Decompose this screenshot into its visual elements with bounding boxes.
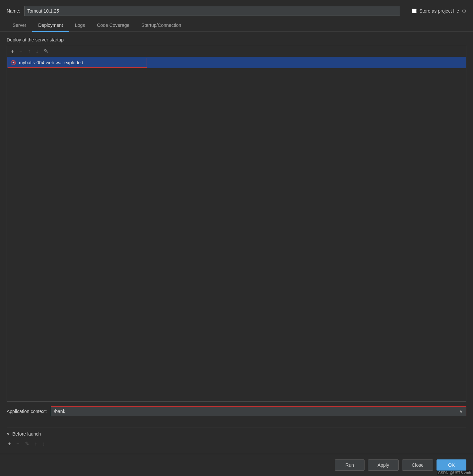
app-context-wrapper: ∨ xyxy=(51,406,466,416)
move-down-deploy-button[interactable]: ↓ xyxy=(34,48,40,55)
move-up-deploy-button[interactable]: ↑ xyxy=(27,48,32,55)
tab-logs[interactable]: Logs xyxy=(69,20,91,32)
deploy-section-title: Deploy at the server startup xyxy=(7,37,466,42)
close-button[interactable]: Close xyxy=(402,459,433,471)
before-launch-move-down-button[interactable]: ↓ xyxy=(41,441,46,447)
add-deploy-button[interactable]: + xyxy=(10,48,15,55)
before-launch-edit-button[interactable]: ✎ xyxy=(24,441,31,447)
before-launch-remove-button[interactable]: − xyxy=(15,441,21,447)
app-context-dropdown-button[interactable]: ∨ xyxy=(456,407,466,416)
store-project-area: Store as project file ⚙ xyxy=(412,8,466,14)
run-button[interactable]: Run xyxy=(335,459,365,471)
ok-button[interactable]: OK xyxy=(437,459,466,471)
spacer xyxy=(7,421,466,428)
tab-server[interactable]: Server xyxy=(7,20,32,32)
before-launch-toolbar: + − ✎ ↑ ↓ xyxy=(7,439,466,448)
name-label: Name: xyxy=(7,8,20,14)
tab-deployment[interactable]: Deployment xyxy=(32,20,69,32)
app-context-label: Application context: xyxy=(7,409,47,414)
deploy-list: mybatis-004-web:war exploded xyxy=(7,57,466,401)
deploy-item-name: mybatis-004-web:war exploded xyxy=(19,60,83,65)
remove-deploy-button[interactable]: − xyxy=(18,48,24,55)
deploy-toolbar: + − ↑ ↓ ✎ xyxy=(7,46,466,57)
store-project-label: Store as project file xyxy=(419,8,459,14)
before-launch-add-button[interactable]: + xyxy=(7,441,12,447)
bottom-bar: Run Apply Close OK xyxy=(0,454,473,476)
gear-icon[interactable]: ⚙ xyxy=(462,8,466,14)
run-config-dialog: Name: Store as project file ⚙ Server Dep… xyxy=(0,0,473,476)
watermark: CSDN @USTB-zmh xyxy=(437,470,472,475)
header-row: Name: Store as project file ⚙ xyxy=(0,0,473,20)
war-exploded-icon xyxy=(10,60,16,66)
chevron-down-icon: ∨ xyxy=(459,409,463,414)
store-project-checkbox[interactable] xyxy=(412,9,417,13)
tabs-row: Server Deployment Logs Code Coverage Sta… xyxy=(0,20,473,32)
before-launch-section: ∨ Before launch + − ✎ ↑ ↓ xyxy=(7,428,466,448)
tab-startup-connection[interactable]: Startup/Connection xyxy=(135,20,187,32)
name-input[interactable] xyxy=(24,6,400,16)
before-launch-title: Before launch xyxy=(12,431,41,437)
before-launch-move-up-button[interactable]: ↑ xyxy=(33,441,38,447)
app-context-input[interactable] xyxy=(51,406,466,416)
before-launch-chevron: ∨ xyxy=(7,432,10,436)
edit-deploy-button[interactable]: ✎ xyxy=(42,48,49,55)
main-content: Deploy at the server startup + − ↑ ↓ ✎ xyxy=(0,32,473,454)
apply-button[interactable]: Apply xyxy=(368,459,399,471)
tab-code-coverage[interactable]: Code Coverage xyxy=(91,20,135,32)
app-context-row: Application context: ∨ xyxy=(7,401,466,421)
before-launch-header[interactable]: ∨ Before launch xyxy=(7,431,466,437)
deploy-item[interactable]: mybatis-004-web:war exploded xyxy=(7,57,466,68)
